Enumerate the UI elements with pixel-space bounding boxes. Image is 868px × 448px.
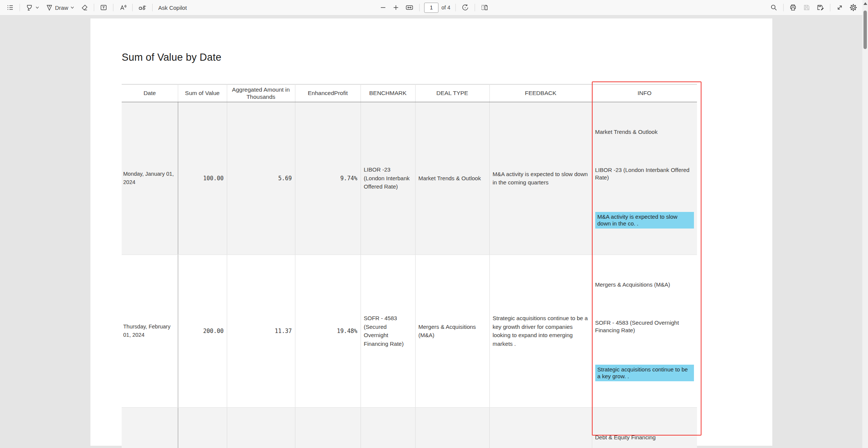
print-button[interactable]	[787, 2, 799, 13]
cell-profit: 19.48%	[295, 255, 361, 408]
draw-button[interactable]: Draw	[43, 2, 77, 13]
cell-benchmark: SOFR - 4583 (Secured Overnight Financing…	[361, 255, 415, 408]
gear-icon	[850, 4, 857, 11]
data-table: Date Sum of Value Aggregated Amount in T…	[122, 84, 697, 448]
cell-date: Monday, January 01, 2024	[122, 102, 178, 255]
save-as-icon	[816, 4, 824, 11]
cell-info: Market Trends & Outlook LIBOR -23 (Londo…	[592, 102, 697, 255]
cell-aggregated: 5.69	[227, 102, 295, 255]
cell-profit: 9.74%	[295, 102, 361, 255]
settings-button[interactable]	[847, 2, 860, 13]
info-line: LIBOR -23 (London Interbank Offered Rate…	[595, 166, 694, 181]
pdf-viewer-app: Draw	[0, 0, 868, 448]
cell-info: Debt & Equity Financing SONIA -(Sterling…	[592, 408, 697, 448]
col-header-feedback: FEEDBACK	[489, 84, 592, 102]
cell-sum: 200.00	[178, 255, 227, 408]
draw-label: Draw	[55, 5, 68, 11]
rotate-button[interactable]	[459, 2, 472, 13]
search-button[interactable]	[767, 2, 780, 13]
info-line: Debt & Equity Financing	[595, 434, 694, 441]
zoom-out-button[interactable]	[377, 3, 389, 12]
search-icon	[770, 4, 778, 11]
toolbar-separator	[419, 4, 420, 11]
cell-feedback: Investment-grade bond issuances have sur…	[489, 408, 592, 448]
table-row: Monday, January 01, 2024 100.00 5.69 9.7…	[122, 102, 697, 255]
cell-deal-type: Debt & Equity Financing	[415, 408, 489, 448]
save-as-button[interactable]	[814, 2, 827, 13]
toolbar-left-group: Draw	[0, 2, 189, 13]
toolbar-separator	[475, 4, 475, 11]
read-aloud-icon	[119, 4, 127, 11]
scrollbar-thumb[interactable]	[863, 11, 867, 49]
eraser-icon	[81, 4, 88, 11]
table-row: Thursday, February 01, 2024 200.00 11.37…	[122, 255, 697, 408]
page-view-button[interactable]	[478, 2, 491, 13]
toolbar-separator	[455, 4, 456, 11]
info-line: Mergers & Acquisitions (M&A)	[595, 281, 694, 288]
zoom-in-button[interactable]	[390, 3, 402, 12]
info-line: Market Trends & Outlook	[595, 128, 694, 136]
toolbar-separator	[20, 4, 20, 11]
page-total-label: of 4	[442, 5, 450, 11]
col-header-benchmark: BENCHMARK	[361, 84, 415, 102]
fullscreen-button[interactable]	[833, 2, 846, 13]
plus-icon	[393, 4, 399, 11]
highlighter-button[interactable]	[23, 2, 42, 13]
highlighted-text: Strategic acquisitions continue to be a …	[595, 365, 694, 381]
ask-copilot-button[interactable]: Ask Copilot	[156, 3, 189, 12]
cell-benchmark: LIBOR -23 (London Interbank Offered Rate…	[361, 102, 415, 255]
toolbar-separator	[152, 4, 153, 11]
chevron-down-icon	[70, 5, 75, 10]
cell-feedback: M&A activity is expected to slow down in…	[489, 102, 592, 255]
cell-aggregated: 17.06	[227, 408, 295, 448]
table-header-row: Date Sum of Value Aggregated Amount in T…	[122, 84, 697, 102]
col-header-aggregated-amount: Aggregated Amount in Thousands	[227, 84, 295, 102]
table-of-contents-icon	[6, 4, 14, 11]
translate-icon	[138, 4, 147, 11]
cell-deal-type: Mergers & Acquisitions (M&A)	[415, 255, 489, 408]
toolbar-separator	[783, 4, 784, 11]
translate-button[interactable]	[136, 2, 149, 13]
minus-icon	[380, 4, 387, 11]
table-row: Friday, March 01, 2024 300.00 17.06 29.2…	[122, 408, 697, 448]
vertical-scrollbar[interactable]	[862, 0, 868, 448]
eraser-button[interactable]	[78, 2, 91, 13]
toolbar-separator	[830, 4, 830, 11]
toolbar-separator	[94, 4, 94, 11]
table-of-contents-button[interactable]	[4, 2, 17, 13]
toolbar-right-group	[767, 2, 860, 13]
page-number-input[interactable]	[424, 3, 439, 13]
cell-date: Thursday, February 01, 2024	[122, 255, 178, 408]
cell-feedback: Strategic acquisitions continue to be a …	[489, 255, 592, 408]
page-title: Sum of Value by Date	[122, 52, 222, 63]
pdf-page: Sum of Value by Date Date Sum of Value A…	[90, 18, 772, 446]
toolbar-separator	[132, 4, 133, 11]
col-header-enhancedprofit: EnhancedProfit	[295, 84, 361, 102]
cell-aggregated: 11.37	[227, 255, 295, 408]
col-header-deal-type: DEAL TYPE	[415, 84, 489, 102]
col-header-info: INFO	[592, 84, 697, 102]
pen-icon	[46, 4, 53, 11]
page-view-icon	[481, 4, 488, 11]
add-text-button[interactable]	[97, 2, 110, 13]
col-header-sum-of-value: Sum of Value	[178, 84, 227, 102]
cell-sum: 100.00	[178, 102, 227, 255]
cell-deal-type: Market Trends & Outlook	[415, 102, 489, 255]
chevron-down-icon	[35, 5, 40, 10]
scrollbar-up-arrow[interactable]	[863, 2, 867, 5]
info-line: SOFR - 4583 (Secured Overnight Financing…	[595, 319, 694, 334]
cell-benchmark: SONIA -(Sterling Overnight Index Average…	[361, 408, 415, 448]
highlighter-icon	[26, 4, 33, 11]
toolbar-separator	[113, 4, 113, 11]
highlighted-text: M&A activity is expected to slow down in…	[595, 212, 694, 229]
save-button[interactable]	[800, 2, 813, 13]
cell-date: Friday, March 01, 2024	[122, 408, 178, 448]
text-box-icon	[100, 4, 107, 11]
cell-sum: 300.00	[178, 408, 227, 448]
pdf-canvas: Sum of Value by Date Date Sum of Value A…	[0, 15, 862, 448]
col-header-date: Date	[122, 84, 178, 102]
read-aloud-button[interactable]	[116, 2, 129, 13]
fit-to-width-button[interactable]	[403, 2, 416, 13]
cell-profit: 29.22%	[295, 408, 361, 448]
save-icon	[803, 4, 810, 11]
